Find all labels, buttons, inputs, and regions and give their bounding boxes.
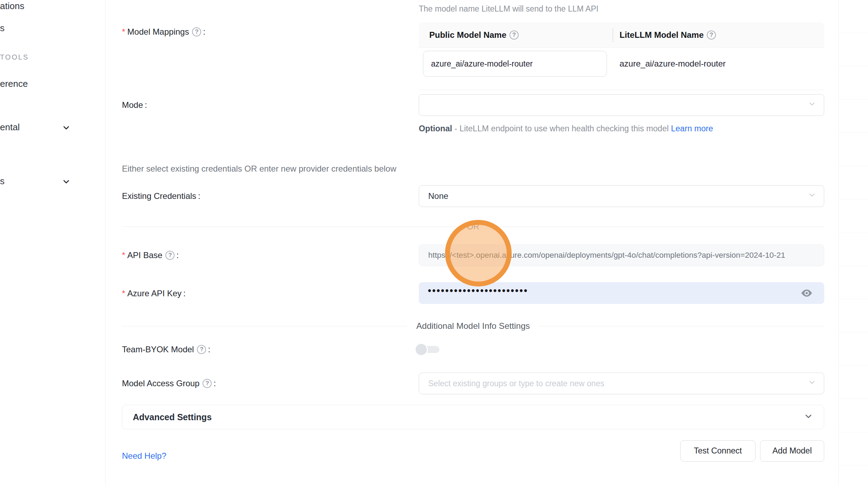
- required-asterisk: [122, 26, 125, 37]
- sidebar-item-organizations[interactable]: ations: [0, 0, 24, 12]
- sidebar-item-2[interactable]: s: [0, 22, 5, 34]
- learn-more-link[interactable]: Learn more: [671, 124, 713, 133]
- credentials-note: Either select existing credentials OR en…: [122, 164, 396, 174]
- label-colon: [213, 378, 216, 389]
- table-row: azure_ai/azure-model-router: [419, 48, 824, 90]
- team-byok-label: Team-BYOK Model: [122, 344, 210, 355]
- help-icon[interactable]: [510, 30, 519, 40]
- divider-line: [488, 227, 824, 227]
- divider-line: [122, 326, 407, 326]
- form-card-right-border: [838, 0, 839, 485]
- model-mappings-table-header: Public Model Name LiteLLM Model Name: [419, 22, 824, 48]
- help-icon[interactable]: [165, 251, 175, 260]
- litellm-model-name-note: The model name LiteLLM will send to the …: [419, 4, 599, 14]
- label-colon: [145, 99, 147, 111]
- help-icon[interactable]: [203, 379, 212, 388]
- team-byok-toggle[interactable]: [416, 344, 440, 355]
- label-colon: [176, 250, 179, 261]
- additional-info-divider: Additional Model Info Settings: [122, 321, 824, 331]
- help-icon[interactable]: [707, 30, 716, 40]
- page-right-gutter: [839, 0, 868, 485]
- model-access-group-label: Model Access Group: [122, 378, 216, 389]
- sidebar-item-experimental[interactable]: ental: [0, 121, 20, 133]
- or-divider-text: OR: [467, 222, 479, 231]
- select-placeholder: Select existing groups or type to create…: [428, 379, 604, 388]
- chevron-down-icon[interactable]: [62, 177, 71, 188]
- model-access-group-select[interactable]: Select existing groups or type to create…: [419, 373, 824, 394]
- sidebar-divider: [105, 0, 105, 485]
- label-colon: [183, 288, 186, 299]
- mode-select[interactable]: [419, 94, 824, 116]
- api-base-label: API Base: [122, 250, 179, 261]
- help-icon[interactable]: [197, 345, 206, 354]
- hint-body: - LiteLLM endpoint to use when health ch…: [452, 124, 671, 133]
- mode-label: Mode: [122, 99, 147, 111]
- masked-api-key: •••••••••••••••••••••••: [428, 287, 528, 299]
- mode-hint-text: Optional - LiteLLM endpoint to use when …: [419, 122, 713, 136]
- help-icon[interactable]: [192, 27, 201, 36]
- label-colon: [208, 344, 210, 355]
- column-header-public-model-name: Public Model Name: [419, 30, 613, 40]
- toggle-thumb: [416, 344, 427, 355]
- header-separator: [613, 28, 613, 42]
- divider-line: [539, 326, 824, 326]
- required-asterisk: [122, 250, 125, 261]
- need-help-link[interactable]: Need Help?: [122, 451, 166, 461]
- public-model-name-input[interactable]: [423, 51, 607, 77]
- eye-icon[interactable]: [800, 287, 814, 299]
- existing-credentials-label: Existing Credentials: [122, 190, 200, 202]
- or-divider: OR: [122, 222, 824, 231]
- label-colon: [198, 190, 200, 202]
- model-mappings-table: Public Model Name LiteLLM Model Name azu…: [419, 22, 824, 90]
- litellm-model-name-value: azure_ai/azure-model-router: [620, 48, 726, 80]
- chevron-down-icon: [804, 411, 813, 423]
- advanced-settings-title: Advanced Settings: [133, 412, 212, 422]
- api-base-input[interactable]: https://<test>.openai.azure.com/openai/d…: [419, 244, 824, 266]
- test-connect-button[interactable]: Test Connect: [680, 440, 756, 462]
- sidebar-section-tools: TOOLS: [0, 52, 29, 62]
- sidebar-item-settings[interactable]: s: [0, 175, 5, 187]
- chevron-down-icon: [808, 378, 816, 389]
- label-colon: [203, 26, 205, 37]
- sidebar-item-inference[interactable]: erence: [0, 78, 28, 90]
- add-model-button[interactable]: Add Model: [760, 440, 824, 462]
- divider-line: [122, 227, 458, 227]
- column-header-litellm-model-name: LiteLLM Model Name: [613, 30, 716, 40]
- chevron-down-icon: [808, 191, 816, 201]
- chevron-down-icon[interactable]: [62, 123, 71, 134]
- chevron-down-icon: [808, 100, 816, 110]
- required-asterisk: [122, 288, 125, 299]
- advanced-settings-panel[interactable]: Advanced Settings: [122, 405, 824, 429]
- azure-api-key-input[interactable]: •••••••••••••••••••••••: [419, 282, 824, 304]
- hint-lead: Optional: [419, 124, 452, 133]
- existing-credentials-select[interactable]: None: [419, 185, 824, 207]
- additional-info-divider-text: Additional Model Info Settings: [416, 321, 530, 331]
- model-mappings-label: Model Mappings: [122, 26, 205, 37]
- azure-api-key-label: Azure API Key: [122, 288, 186, 299]
